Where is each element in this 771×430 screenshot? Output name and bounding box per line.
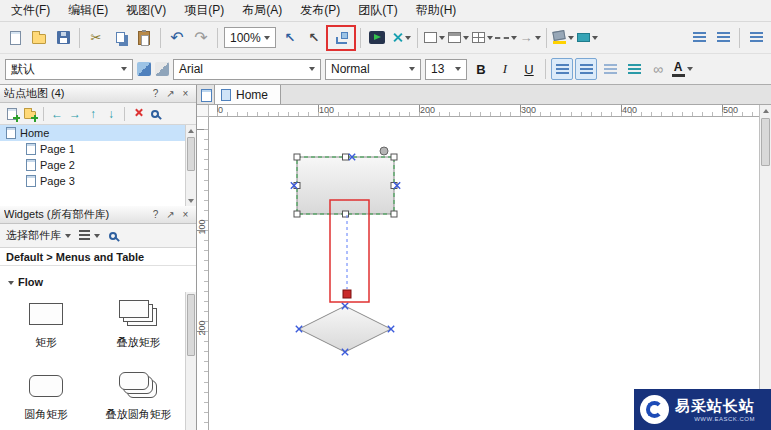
widget-rounded-rectangle[interactable]: 圆角矩形 <box>0 364 93 430</box>
underline-button[interactable]: U <box>518 58 540 80</box>
widgets-scrollbar[interactable] <box>185 292 196 430</box>
align-left-button[interactable] <box>551 58 573 80</box>
bullet-list-button[interactable] <box>623 58 645 80</box>
ruler-label: 100 <box>319 105 334 115</box>
flow-diamond-widget[interactable] <box>299 306 391 352</box>
fill-color-button[interactable] <box>552 27 574 49</box>
menu-item-file[interactable]: 文件(F) <box>2 0 59 22</box>
menu-item-arrange[interactable]: 布局(A) <box>233 0 291 22</box>
sitemap-page-2[interactable]: Page 2 <box>0 157 196 173</box>
arrow-style-button[interactable]: → <box>519 27 541 49</box>
page-list-icon[interactable] <box>201 89 212 102</box>
redo-icon: ↷ <box>194 28 207 47</box>
library-select[interactable]: 选择部件库 <box>3 226 74 245</box>
menu-item-view[interactable]: 视图(V) <box>117 0 175 22</box>
generate-button[interactable] <box>390 27 412 49</box>
zoom-select[interactable]: 100% <box>224 27 276 48</box>
menu-item-project[interactable]: 项目(P) <box>175 0 233 22</box>
font-size-select[interactable]: 13 <box>425 59 467 80</box>
connector-selection[interactable] <box>330 200 369 302</box>
sitemap-popout-button[interactable]: ↗ <box>164 87 177 100</box>
add-page-button[interactable] <box>3 105 21 123</box>
copy-button[interactable] <box>109 27 131 49</box>
scroll-down-arrow[interactable] <box>186 195 196 206</box>
bold-button[interactable]: B <box>470 58 492 80</box>
sitemap-page-1[interactable]: Page 1 <box>0 141 196 157</box>
save-button[interactable] <box>52 27 74 49</box>
sitemap-help-button[interactable]: ? <box>149 87 162 100</box>
menu-item-team[interactable]: 团队(T) <box>349 0 406 22</box>
undo-button[interactable]: ↶ <box>166 27 188 49</box>
tab-home[interactable]: Home <box>214 85 281 104</box>
widgets-close-button[interactable]: × <box>179 208 192 221</box>
ruler-label: 500 <box>723 105 738 115</box>
widget-stacked-rounded-rectangle[interactable]: 叠放圆角矩形 <box>93 364 186 430</box>
add-folder-button[interactable] <box>21 105 39 123</box>
scroll-up-arrow[interactable] <box>760 105 771 116</box>
widgets-popout-button[interactable]: ↗ <box>164 208 177 221</box>
fill-pattern-button[interactable] <box>447 27 469 49</box>
line-style-button[interactable] <box>495 27 517 49</box>
sitemap-scrollbar[interactable] <box>185 125 196 206</box>
format-paint-button[interactable] <box>154 58 170 80</box>
font-color-icon: A <box>672 62 685 77</box>
italic-button[interactable]: I <box>494 58 516 80</box>
link-button[interactable]: ∞ <box>647 58 669 80</box>
watermark-title: 易采站长站 <box>675 397 755 416</box>
library-select-label: 选择部件库 <box>6 228 61 243</box>
move-up-button[interactable]: ↑ <box>84 105 102 123</box>
shape-color-button[interactable] <box>576 27 598 49</box>
open-button[interactable] <box>28 27 50 49</box>
layout-list-button[interactable] <box>745 27 767 49</box>
cut-button[interactable]: ✂ <box>85 27 107 49</box>
sitemap-page-home[interactable]: Home <box>0 125 196 141</box>
library-menu-button[interactable] <box>76 228 103 243</box>
new-button[interactable] <box>4 27 26 49</box>
connector-mode-button[interactable] <box>330 27 352 49</box>
border-style-button[interactable] <box>423 27 445 49</box>
style-select[interactable]: 默认 <box>5 59 133 80</box>
rotation-handle[interactable] <box>380 147 388 155</box>
pointer-tool-button[interactable]: ↖ <box>279 27 301 49</box>
guides-button[interactable] <box>688 27 710 49</box>
font-color-button[interactable]: A <box>671 58 693 80</box>
sitemap-page-3[interactable]: Page 3 <box>0 173 196 189</box>
connector-endpoint[interactable] <box>343 290 351 298</box>
align-top-button[interactable] <box>575 58 597 80</box>
move-down-button[interactable]: ↓ <box>102 105 120 123</box>
move-right-button[interactable]: → <box>66 105 84 123</box>
format-copy-button[interactable] <box>136 58 152 80</box>
canvas-vertical-scrollbar[interactable] <box>759 105 771 430</box>
redo-button[interactable]: ↷ <box>190 27 212 49</box>
menu-item-publish[interactable]: 发布(P) <box>291 0 349 22</box>
sitemap-search-button[interactable] <box>147 105 165 123</box>
scrollbar-thumb[interactable] <box>187 137 195 171</box>
scrollbar-thumb[interactable] <box>187 294 195 356</box>
grid-settings-button[interactable] <box>712 27 734 49</box>
delete-page-button[interactable] <box>129 105 147 123</box>
chevron-down-icon <box>264 36 270 40</box>
menu-item-help[interactable]: 帮助(H) <box>407 0 466 22</box>
menu-item-edit[interactable]: 编辑(E) <box>59 0 117 22</box>
arrow-right-icon: → <box>69 107 81 121</box>
flow-section-header[interactable]: Flow <box>0 266 196 292</box>
move-left-button[interactable]: ← <box>48 105 66 123</box>
font-weight-select[interactable]: Normal <box>325 59 421 80</box>
preview-button[interactable] <box>366 27 388 49</box>
widget-stacked-rectangle[interactable]: 叠放矩形 <box>93 292 186 364</box>
widget-search-button[interactable] <box>105 227 123 245</box>
flow-rectangle-widget[interactable] <box>297 157 394 214</box>
widget-rectangle[interactable]: 矩形 <box>0 292 93 364</box>
widgets-help-button[interactable]: ? <box>149 208 162 221</box>
select-mode-button[interactable]: ↖ <box>303 27 325 49</box>
paste-button[interactable] <box>133 27 155 49</box>
sitemap-close-button[interactable]: × <box>179 87 192 100</box>
plus-icon <box>31 115 38 122</box>
scroll-up-arrow[interactable] <box>186 125 196 136</box>
scrollbar-thumb[interactable] <box>761 118 770 166</box>
grid-style-button[interactable] <box>471 27 493 49</box>
widget-library-breadcrumb: Default > Menus and Table <box>0 248 196 266</box>
line-spacing-button[interactable] <box>599 58 621 80</box>
font-select[interactable]: Arial <box>173 59 321 80</box>
menubar: 文件(F) 编辑(E) 视图(V) 项目(P) 布局(A) 发布(P) 团队(T… <box>0 0 771 22</box>
